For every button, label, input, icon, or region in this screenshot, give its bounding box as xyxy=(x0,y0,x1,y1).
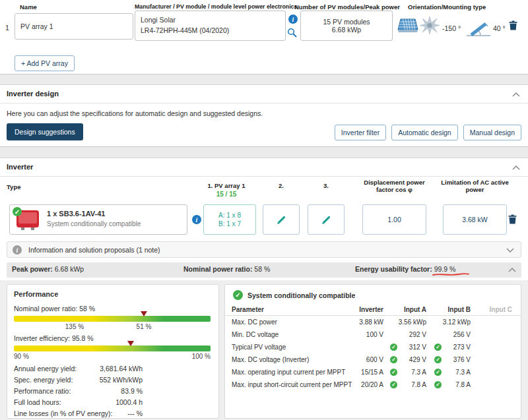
inverter-cell: 3.88 kW xyxy=(324,316,383,328)
input-b-cell: 273 V xyxy=(431,341,471,353)
divider xyxy=(0,176,528,177)
efficiency-bar-label: Inverter efficiency: 95.8 % xyxy=(14,334,94,342)
npr-bar-label: Nominal power ratio: 58 % xyxy=(14,305,95,313)
stat-row: Performance ratio: 83.9 % xyxy=(7,387,218,398)
peak-power-label: Peak power: xyxy=(12,265,53,273)
stat-row: Annual energy yield: 3,681.64 kWh xyxy=(7,365,218,376)
manual-design-button[interactable]: Manual design xyxy=(463,125,521,140)
collapse-chevron-up-icon[interactable] xyxy=(512,92,520,97)
table-row: Min. DC voltage 100 V 292 V 256 V xyxy=(225,328,521,341)
input-b-cell: 7.8 A xyxy=(431,378,471,391)
input-b-cell: 256 V xyxy=(431,328,471,341)
array1-string-config-box[interactable]: A: 1 x 8 B: 1 x 7 xyxy=(203,204,256,235)
col-header-manufacturer: Manufacturer / PV module / module level … xyxy=(135,3,297,10)
inverter-info-icon[interactable]: i xyxy=(192,215,201,224)
param-cell: Max. DC voltage (Inverter) xyxy=(232,353,309,366)
inverter-unit-card[interactable]: ✓ 1 x SB3.6-1AV-41 System conditionally … xyxy=(9,204,187,235)
check-icon: ✓ xyxy=(233,290,243,300)
col-header-cos-phi: Displacement power factor cos φ xyxy=(360,179,429,193)
pv-module-select[interactable]: Longi Solar LR4-72HPH-445M (04/2020) xyxy=(135,11,286,41)
col-header-2: 2. xyxy=(268,182,294,189)
table-row: Max. DC voltage (Inverter) 600 V ✓ 429 V… xyxy=(225,353,521,366)
delete-pv-array-icon[interactable] xyxy=(509,20,517,30)
euf-summary: Energy usability factor: 99.9 % xyxy=(355,265,455,273)
inverter-design-section: Inverter design Here you can adjust the … xyxy=(0,84,528,147)
module-search-icon[interactable] xyxy=(287,28,297,38)
stat-value: 552 kWh/kWp xyxy=(73,376,143,384)
table-header-row: Parameter Inverter Input A Input B Input… xyxy=(225,303,521,316)
input-a-cell: 312 V xyxy=(387,341,426,353)
collapse-chevron-up-icon[interactable] xyxy=(508,268,516,272)
pv-array-name-input[interactable] xyxy=(15,13,133,40)
mppt2-edit-box[interactable] xyxy=(263,204,300,235)
nominal-power-ratio-bar xyxy=(14,316,211,322)
collapse-chevron-up-icon[interactable] xyxy=(512,165,520,170)
expand-chevron-down-icon[interactable] xyxy=(506,248,514,253)
results-summary-bar[interactable]: Peak power: 6.68 kWp Nominal power ratio… xyxy=(7,262,521,278)
performance-title: Performance xyxy=(14,290,58,298)
inverter-unit-status: System conditionally compatible xyxy=(47,220,141,227)
efficiency-bar-marker xyxy=(127,341,134,346)
design-suggestions-button[interactable]: Design suggestions xyxy=(7,123,83,140)
automatic-design-button[interactable]: Automatic design xyxy=(391,125,458,140)
col-header-ac-limit-line1: Limitation of AC active xyxy=(440,179,510,186)
stat-row: Line losses (in % of PV energy): --- % xyxy=(7,409,218,420)
col-header-name: Name xyxy=(20,3,37,11)
inverter-cell: 20/20 A xyxy=(324,378,383,391)
peak-power-value: 6.68 kWp xyxy=(55,265,84,273)
header-inverter: Inverter xyxy=(324,303,383,316)
npr-scale-51: 51 % xyxy=(135,323,153,330)
euf-label: Energy usability factor: xyxy=(355,265,432,273)
param-cell: Min. DC voltage xyxy=(232,328,279,341)
inverter-design-description: Here you can adjust the specifications f… xyxy=(7,109,263,117)
compatibility-card: ✓ System conditionally compatible Parame… xyxy=(224,284,521,419)
divider xyxy=(0,103,528,104)
table-row: Max. input short-circuit current per MPP… xyxy=(225,378,521,391)
param-cell: Max. DC power xyxy=(232,316,277,328)
module-info-icon[interactable]: i xyxy=(288,15,298,24)
stat-label: Annual energy yield: xyxy=(14,365,77,373)
npr-bar-marker xyxy=(141,311,147,316)
col-header-orientation: Orientation/Mounting type xyxy=(408,3,486,11)
manufacturer-text: Longi Solar xyxy=(141,16,176,24)
header-input-a: Input A xyxy=(387,303,426,316)
compatible-check-icon: ✓ xyxy=(13,207,22,216)
peak-power-text: 6.68 kWp xyxy=(332,26,361,34)
stat-label: Full load hours: xyxy=(14,398,61,406)
info-proposals-bar[interactable]: i Information and solution proposals (1 … xyxy=(7,241,521,258)
inverter-cell: 600 V xyxy=(324,353,383,366)
table-row: Max. DC power 3.88 kW 3.56 kWp 3.12 kWp xyxy=(225,316,521,328)
inverter-title: Inverter xyxy=(7,163,33,171)
input-a-cell: 7.8 A xyxy=(387,378,426,391)
compatibility-title: System conditionally compatible xyxy=(248,291,355,299)
stat-value: --- % xyxy=(73,409,143,417)
module-count-text: 15 PV modules xyxy=(323,18,370,26)
cos-phi-box[interactable]: 1.00 xyxy=(362,204,426,235)
pencil-icon xyxy=(277,215,286,225)
input-a-cell: 7.3 A xyxy=(387,366,426,378)
npr-value: 58 % xyxy=(254,265,270,273)
tilt-panel-icon xyxy=(466,20,491,37)
row-index: 1 xyxy=(5,24,9,32)
npr-summary: Nominal power ratio: 58 % xyxy=(183,265,270,273)
col-header-modules: Number of PV modules/Peak power xyxy=(294,3,400,11)
stat-value: 83.9 % xyxy=(73,387,143,395)
mppt3-edit-box[interactable] xyxy=(308,204,345,235)
inverter-cell: 100 V xyxy=(324,328,383,341)
info-icon: i xyxy=(13,245,22,255)
eff-scale-max: 100 % xyxy=(178,353,211,360)
npr-label: Nominal power ratio: xyxy=(183,265,252,273)
string-config-a: A: 1 x 8 xyxy=(218,212,241,219)
ac-limit-box[interactable]: 3.68 kW xyxy=(443,204,507,235)
header-input-c: Input C xyxy=(473,303,512,316)
ac-limit-value: 3.68 kW xyxy=(462,216,488,224)
module-count-box[interactable]: 15 PV modules 6.68 kWp xyxy=(300,11,393,41)
array1-assigned-count: 15 / 15 xyxy=(200,191,253,198)
col-header-type: Type xyxy=(7,183,20,191)
delete-inverter-icon[interactable] xyxy=(508,214,517,224)
design-buttons-group: Inverter filter Automatic design Manual … xyxy=(335,125,521,140)
inverter-filter-button[interactable]: Inverter filter xyxy=(335,125,386,140)
add-pv-array-button[interactable]: + Add PV array xyxy=(15,55,75,71)
input-a-cell: 292 V xyxy=(387,328,426,341)
table-row: Typical PV voltage ✓ 312 V ✓ 273 V xyxy=(225,341,521,353)
